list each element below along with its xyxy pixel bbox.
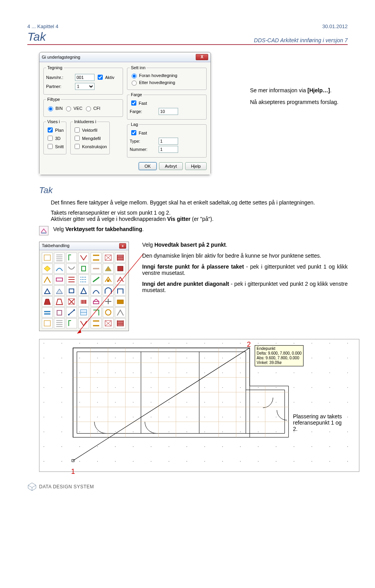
svg-point-120: [169, 417, 170, 418]
palette-tool-32[interactable]: [91, 296, 102, 307]
3d-label: 3D: [55, 136, 61, 141]
palette-tool-40[interactable]: [103, 307, 114, 317]
palette-tool-30[interactable]: [66, 296, 77, 307]
svg-point-23: [44, 343, 45, 344]
plan-checkbox[interactable]: [48, 127, 53, 133]
svg-point-56: [311, 358, 312, 359]
tooltip-l4: Vinkel: 39.09ø: [257, 360, 302, 365]
nummer-field[interactable]: [159, 146, 178, 153]
palette-tool-22[interactable]: [54, 285, 65, 296]
palette-tool-12[interactable]: [103, 264, 114, 274]
palette-tool-38[interactable]: [78, 307, 89, 317]
palette-tool-42[interactable]: [42, 318, 53, 328]
bin-radio[interactable]: [48, 106, 53, 111]
palette-tool-26[interactable]: [103, 285, 114, 296]
palette-tool-48[interactable]: [115, 318, 126, 328]
palette-tool-5[interactable]: [103, 253, 114, 263]
palette-tool-29[interactable]: [54, 296, 65, 307]
palette-tool-45[interactable]: [78, 318, 89, 328]
palette-tool-16[interactable]: [66, 274, 77, 285]
marker-1: 1: [71, 468, 75, 476]
palette-tool-21[interactable]: [42, 285, 53, 296]
farge-field[interactable]: [159, 108, 178, 115]
fargefast-checkbox[interactable]: [131, 100, 136, 106]
palette-tool-8[interactable]: [54, 264, 65, 274]
palette-tool-10[interactable]: [78, 264, 89, 274]
palette-tool-35[interactable]: [42, 307, 53, 317]
palette-tool-33[interactable]: [103, 296, 114, 307]
svg-rect-13: [57, 310, 62, 315]
palette-tool-41[interactable]: [115, 307, 126, 317]
svg-rect-18: [44, 321, 50, 326]
palette-tool-24[interactable]: [78, 285, 89, 296]
vec-radio[interactable]: [66, 106, 71, 111]
lag-legend: Lag: [130, 122, 139, 127]
palette-tool-25[interactable]: [91, 285, 102, 296]
palette-tool-11[interactable]: [91, 264, 102, 274]
palette-tool-44[interactable]: [66, 318, 77, 328]
palette-tool-15[interactable]: [54, 274, 65, 285]
cancel-button[interactable]: Avbryt: [159, 162, 183, 170]
page-header: 4 ... Kapittel 4 30.01.2012: [27, 23, 348, 29]
palette-tool-13[interactable]: [115, 264, 126, 274]
svg-point-57: [329, 358, 330, 359]
palette-titlebar[interactable]: Takbehandling x: [39, 242, 129, 250]
dialog-titlebar[interactable]: Gi underlagstegning X: [39, 52, 211, 62]
type-field[interactable]: [159, 138, 178, 145]
etter-radio[interactable]: [132, 81, 137, 86]
svg-point-37: [294, 343, 295, 344]
svg-point-24: [61, 343, 62, 344]
mengdefil-checkbox[interactable]: [75, 136, 80, 141]
palette-tool-14[interactable]: [42, 274, 53, 285]
palette-tool-31[interactable]: [78, 296, 89, 307]
palette-tool-34[interactable]: [115, 296, 126, 307]
svg-point-111: [329, 402, 330, 403]
palette-tool-27[interactable]: [115, 285, 126, 296]
palette-tool-3[interactable]: [78, 253, 89, 263]
vektorfil-checkbox[interactable]: [75, 127, 80, 133]
footer: DATA DESIGN SYSTEM: [27, 482, 348, 491]
palette-tool-28[interactable]: [42, 296, 53, 307]
palette-tool-36[interactable]: [54, 307, 65, 317]
cfi-radio[interactable]: [86, 106, 91, 111]
palette-tool-46[interactable]: [91, 318, 102, 328]
palette-tool-39[interactable]: [91, 307, 102, 317]
palette-tool-20[interactable]: [115, 274, 126, 285]
palette-close-icon[interactable]: x: [119, 243, 126, 249]
svg-point-166: [347, 446, 348, 447]
cfi-label: CFI: [93, 106, 100, 111]
foran-radio[interactable]: [132, 74, 137, 79]
palette-tool-0[interactable]: [42, 253, 53, 263]
palette-tool-4[interactable]: [91, 253, 102, 263]
help-button[interactable]: Hjelp: [185, 162, 207, 170]
aktiv-label: Aktiv: [105, 75, 114, 80]
ok-button[interactable]: OK: [139, 162, 157, 170]
palette-tool-19[interactable]: [103, 274, 114, 285]
palette-tool-7[interactable]: [42, 264, 53, 274]
palette-tool-2[interactable]: [66, 253, 77, 263]
konstruksjon-checkbox[interactable]: [75, 144, 80, 149]
aktiv-checkbox[interactable]: [98, 75, 103, 80]
3d-checkbox[interactable]: [48, 136, 53, 141]
svg-point-17: [105, 310, 111, 315]
palette-tool-43[interactable]: [54, 318, 65, 328]
navn-field[interactable]: [75, 74, 95, 81]
palette-tool-18[interactable]: [91, 274, 102, 285]
close-icon[interactable]: X: [196, 54, 208, 60]
palette-tool-37[interactable]: [66, 307, 77, 317]
settinn-legend: Sett inn: [130, 65, 146, 70]
palette-tool-23[interactable]: [66, 285, 77, 296]
lagfast-checkbox[interactable]: [131, 130, 136, 135]
page-title: Tak: [27, 30, 46, 43]
svg-point-109: [294, 402, 295, 403]
svg-point-92: [311, 387, 312, 388]
partner-select[interactable]: 1: [75, 83, 95, 90]
roof-toolset-icon[interactable]: [39, 226, 48, 235]
palette-tool-6[interactable]: [115, 253, 126, 263]
snitt-checkbox[interactable]: [48, 144, 53, 149]
palette-tool-17[interactable]: [78, 274, 89, 285]
palette-tool-9[interactable]: [66, 264, 77, 274]
palette-tool-47[interactable]: [103, 318, 114, 328]
svg-point-169: [79, 461, 80, 462]
palette-tool-1[interactable]: [54, 253, 65, 263]
